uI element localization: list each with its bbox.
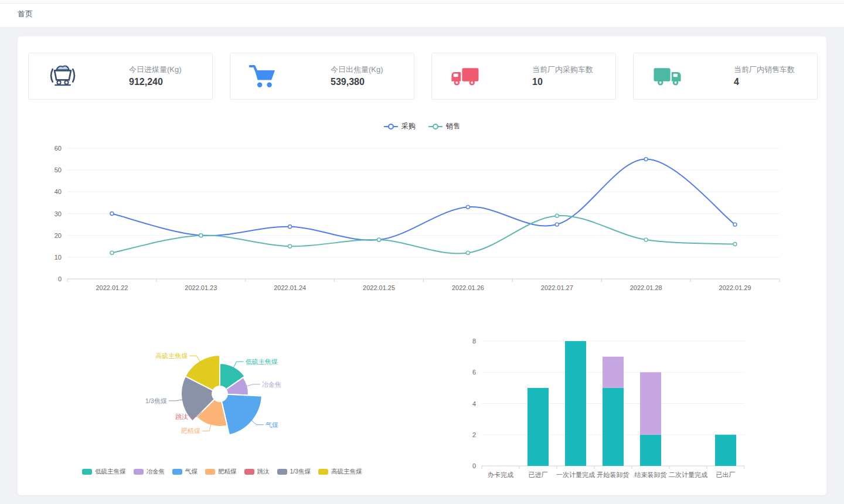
- chart-text-label: 已出厂: [716, 471, 736, 478]
- chart-text-label: 0: [58, 275, 62, 282]
- chart-text-label: 低硫主焦煤: [246, 358, 278, 365]
- bar-segment[interactable]: [640, 435, 661, 466]
- stat-card-title: 当前厂内采购车数: [532, 64, 603, 76]
- data-point-marker: [377, 238, 381, 241]
- chart-text-label: 30: [55, 210, 62, 217]
- data-point-marker: [110, 212, 114, 216]
- stat-card-value: 539,380: [331, 76, 401, 88]
- chart-text-label: 2022.01.26: [452, 284, 484, 291]
- legend-swatch: [134, 469, 144, 475]
- pie-legend-item[interactable]: 跳汰: [244, 468, 270, 476]
- bar-segment[interactable]: [528, 388, 549, 466]
- legend-label: 冶金焦: [147, 468, 165, 476]
- stat-card-coke-out: 今日出焦量(Kg) 539,380: [230, 53, 414, 100]
- dashboard-panel: 今日进煤量(Kg) 912,240 今日出焦量(Kg) 539,380: [18, 36, 826, 495]
- shopping-cart-icon: [248, 62, 281, 90]
- chart-text-label: 结束装卸货: [635, 471, 667, 478]
- chart-text-label: 2022.01.24: [274, 284, 306, 291]
- data-point-marker: [110, 251, 114, 254]
- pie-legend-item[interactable]: 气煤: [172, 468, 198, 476]
- pie-legend-item[interactable]: 冶金焦: [134, 468, 165, 476]
- data-point-marker: [644, 238, 648, 241]
- pie-legend-item[interactable]: 高硫主焦煤: [318, 468, 362, 476]
- chart-text-label: 冶金焦: [262, 381, 281, 388]
- chart-text-label: 一次计量完成: [556, 471, 595, 478]
- legend-label: 1/3焦煤: [290, 468, 311, 476]
- pie-slice[interactable]: [222, 394, 262, 435]
- chart-text-label: 2022.01.22: [96, 284, 128, 291]
- chart-text-label: 1/3焦煤: [145, 397, 167, 404]
- legend-label: 肥精煤: [218, 468, 237, 476]
- stat-card-purchase-trucks: 当前厂内采购车数 10: [431, 53, 616, 100]
- chart-text-label: 4: [472, 400, 476, 407]
- legend-label: 高硫主焦煤: [331, 468, 362, 476]
- data-point-marker: [288, 225, 292, 229]
- line-series: [112, 216, 735, 254]
- data-point-marker: [466, 251, 469, 254]
- chart-text-label: 2: [472, 431, 476, 438]
- stat-card-title: 今日进煤量(Kg): [129, 64, 199, 76]
- bar-segment[interactable]: [603, 388, 624, 466]
- chart-text-label: 20: [55, 232, 62, 239]
- chart-text-label: 2022.01.23: [185, 284, 217, 291]
- stat-card-value: 912,240: [129, 76, 199, 88]
- stat-cards-row: 今日进煤量(Kg) 912,240 今日出焦量(Kg) 539,380: [28, 53, 818, 100]
- legend-swatch: [244, 469, 254, 475]
- chart-text-label: 2022.01.27: [541, 284, 573, 291]
- bar-segment[interactable]: [640, 372, 661, 435]
- legend-swatch: [318, 469, 328, 475]
- chart-text-label: 8: [472, 338, 476, 345]
- data-point-marker: [466, 205, 469, 209]
- stat-card-coal-in: 今日进煤量(Kg) 912,240: [28, 53, 213, 100]
- chart-text-label: 40: [55, 188, 62, 195]
- top-navigation-bar: 首页: [0, 0, 844, 27]
- top-divider: [0, 3, 844, 4]
- bar-segment[interactable]: [603, 357, 624, 388]
- pie-label-leader-line: [169, 400, 183, 401]
- data-point-marker: [555, 214, 559, 217]
- bar-segment[interactable]: [565, 341, 586, 466]
- chart-text-label: 2022.01.28: [630, 284, 662, 291]
- chart-text-label: 50: [55, 166, 62, 173]
- pie-chart-legend: 低硫主焦煤冶金焦气煤肥精煤跳汰1/3焦煤高硫主焦煤: [82, 468, 362, 476]
- data-point-marker: [555, 223, 559, 226]
- stat-card-sales-trucks: 当前厂内销售车数 4: [633, 53, 818, 100]
- legend-swatch: [172, 469, 182, 475]
- pie-label-leader-line: [246, 384, 260, 386]
- legend-label: 气煤: [185, 468, 198, 476]
- line-series: [112, 159, 735, 240]
- pie-legend-item[interactable]: 低硫主焦煤: [82, 468, 126, 476]
- chart-text-label: 已进厂: [529, 471, 548, 478]
- data-point-marker: [733, 243, 737, 246]
- data-point-marker: [288, 244, 292, 248]
- legend-label: 跳汰: [257, 468, 270, 476]
- chart-text-label: 高硫主焦煤: [155, 352, 188, 359]
- pie-legend-item[interactable]: 肥精煤: [205, 468, 237, 476]
- chart-text-label: 气煤: [266, 421, 278, 428]
- breadcrumb-home[interactable]: 首页: [18, 9, 33, 19]
- legend-swatch: [205, 469, 215, 475]
- pie-legend-item[interactable]: 1/3焦煤: [277, 468, 311, 476]
- stat-card-value: 4: [734, 76, 804, 88]
- chart-text-label: 肥精煤: [181, 427, 200, 434]
- chart-text-label: 办卡完成: [488, 471, 513, 478]
- chart-text-label: 2022.01.25: [363, 284, 395, 291]
- pie-label-leader-line: [251, 420, 264, 425]
- data-point-marker: [199, 234, 203, 237]
- data-point-marker: [733, 223, 737, 226]
- chart-text-label: 开始装卸货: [597, 471, 629, 478]
- stat-card-title: 今日出焦量(Kg): [331, 64, 401, 76]
- chart-text-label: 6: [472, 369, 476, 376]
- sales-truck-icon: [651, 62, 684, 90]
- chart-text-label: 0: [472, 462, 476, 469]
- chart-text-label: 跳汰: [175, 413, 188, 420]
- legend-label: 低硫主焦煤: [95, 468, 126, 476]
- purchase-truck-icon: [450, 62, 482, 90]
- chart-text-label: 10: [55, 254, 62, 261]
- legend-swatch: [82, 469, 92, 475]
- mine-cart-icon: [46, 62, 79, 90]
- bar-segment[interactable]: [715, 435, 736, 466]
- data-point-marker: [644, 158, 648, 161]
- chart-text-label: 2022.01.29: [719, 284, 751, 291]
- chart-text-label: 二次计量完成: [669, 471, 707, 478]
